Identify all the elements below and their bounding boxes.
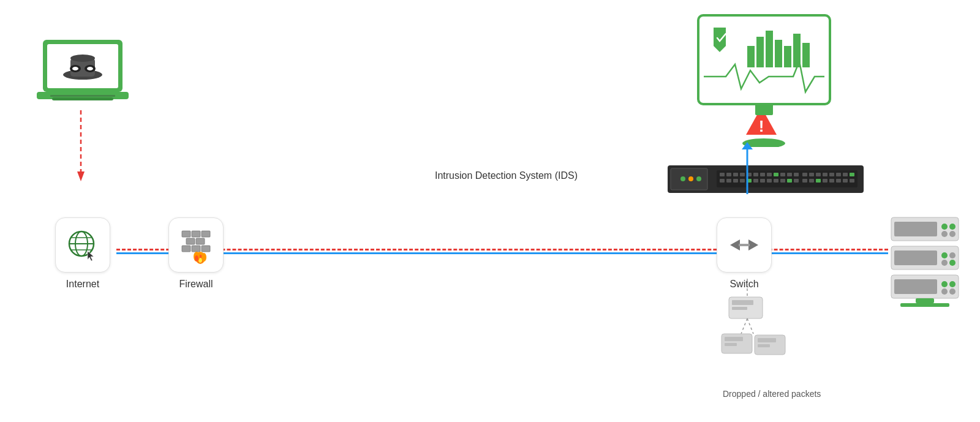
firewall-icon-box (168, 217, 224, 273)
svg-rect-85 (850, 173, 854, 176)
svg-rect-74 (774, 179, 778, 183)
svg-rect-83 (836, 173, 841, 176)
svg-point-107 (941, 252, 948, 258)
svg-rect-39 (775, 40, 782, 67)
svg-rect-25 (182, 246, 190, 252)
svg-rect-11 (50, 95, 115, 97)
svg-point-110 (949, 260, 956, 266)
svg-rect-22 (202, 231, 210, 237)
firewall-label: Firewall (156, 279, 236, 290)
svg-rect-82 (829, 173, 834, 176)
svg-rect-54 (720, 173, 725, 176)
svg-rect-75 (780, 179, 785, 183)
firewall-node: Firewall (156, 217, 236, 290)
internet-icon (55, 217, 110, 273)
svg-rect-45 (755, 104, 773, 115)
svg-rect-90 (829, 179, 834, 183)
svg-rect-55 (726, 173, 731, 176)
svg-line-123 (741, 318, 747, 334)
svg-point-10 (87, 67, 93, 70)
svg-rect-86 (802, 179, 807, 183)
svg-rect-122 (732, 307, 747, 310)
dropped-packets-visual (717, 279, 790, 401)
svg-rect-61 (767, 173, 772, 176)
svg-rect-112 (894, 279, 937, 294)
svg-rect-42 (802, 43, 810, 67)
svg-rect-36 (747, 46, 755, 67)
svg-rect-73 (767, 179, 772, 183)
svg-line-124 (747, 318, 753, 334)
svg-rect-81 (823, 173, 827, 176)
svg-rect-130 (758, 344, 770, 347)
svg-rect-126 (725, 337, 743, 341)
ids-connection-arrow (738, 142, 756, 197)
svg-rect-129 (758, 338, 776, 342)
svg-rect-27 (202, 246, 210, 252)
svg-text:!: ! (759, 117, 764, 135)
svg-rect-80 (816, 173, 821, 176)
hacker-node (34, 37, 132, 113)
svg-point-32 (195, 255, 198, 262)
svg-rect-98 (739, 244, 750, 246)
internet-label: Internet (43, 279, 123, 290)
svg-rect-117 (916, 298, 934, 303)
svg-point-114 (949, 281, 956, 287)
svg-rect-38 (766, 31, 773, 67)
network-hardware-icon (668, 165, 870, 196)
svg-rect-37 (756, 37, 764, 67)
svg-rect-24 (196, 238, 205, 244)
diagram-container: Internet Firewall (0, 0, 980, 422)
svg-rect-66 (720, 179, 725, 183)
svg-rect-63 (780, 173, 785, 176)
svg-rect-56 (733, 173, 738, 176)
svg-rect-65 (794, 173, 799, 176)
svg-point-104 (949, 231, 956, 237)
svg-rect-127 (725, 343, 737, 346)
svg-point-101 (941, 224, 948, 230)
svg-point-52 (696, 176, 701, 181)
svg-rect-3 (52, 97, 113, 100)
svg-rect-106 (894, 251, 937, 265)
svg-rect-121 (732, 300, 753, 305)
svg-rect-88 (816, 179, 821, 183)
svg-rect-72 (760, 179, 765, 183)
svg-point-113 (941, 281, 948, 287)
hacker-laptop-icon (34, 37, 132, 110)
svg-rect-67 (726, 179, 731, 183)
svg-rect-62 (774, 173, 778, 176)
svg-rect-26 (192, 246, 200, 252)
svg-point-115 (941, 288, 948, 295)
svg-marker-97 (748, 239, 758, 251)
svg-rect-118 (900, 303, 949, 307)
svg-point-51 (688, 176, 693, 181)
svg-point-102 (949, 224, 956, 230)
svg-point-6 (70, 55, 95, 62)
svg-rect-92 (843, 179, 848, 183)
internet-node: Internet (43, 217, 123, 290)
svg-rect-40 (784, 46, 791, 67)
svg-rect-87 (809, 179, 814, 183)
svg-rect-93 (850, 179, 854, 183)
svg-rect-78 (802, 173, 807, 176)
svg-rect-68 (733, 179, 738, 183)
svg-rect-84 (843, 173, 848, 176)
svg-rect-20 (182, 231, 190, 237)
svg-rect-21 (192, 231, 200, 237)
ids-node: ! (692, 12, 845, 149)
svg-rect-79 (809, 173, 814, 176)
ids-label: Intrusion Detection System (IDS) (435, 170, 578, 181)
svg-point-33 (202, 253, 206, 262)
servers-node (888, 214, 962, 321)
svg-rect-91 (836, 179, 841, 183)
dropped-packets-label: Dropped / altered packets (723, 389, 821, 399)
svg-point-116 (949, 288, 956, 295)
hacker-arrow (75, 110, 87, 184)
svg-point-9 (72, 67, 78, 70)
svg-marker-95 (742, 142, 753, 149)
svg-rect-100 (894, 222, 937, 236)
svg-rect-76 (787, 179, 792, 183)
server-rack-icon (888, 214, 962, 318)
svg-marker-13 (77, 171, 85, 181)
svg-rect-23 (186, 238, 195, 244)
svg-marker-96 (730, 239, 740, 251)
